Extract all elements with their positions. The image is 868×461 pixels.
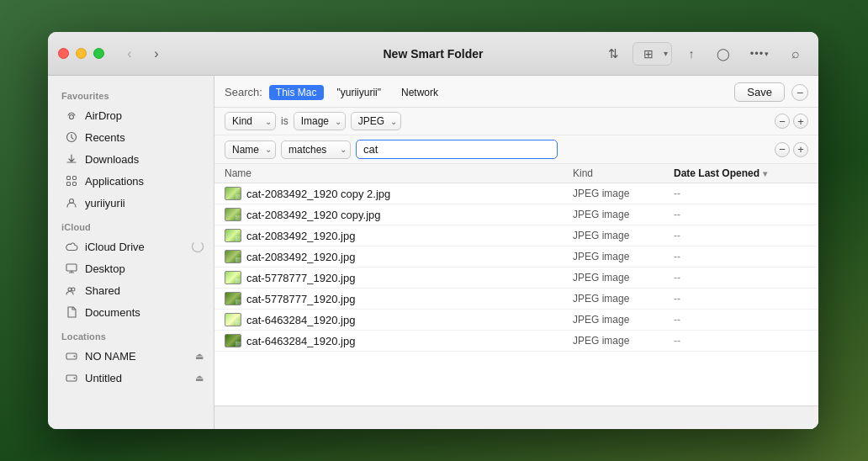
maximize-button[interactable] [93, 48, 104, 59]
sidebar-item-no-name[interactable]: NO NAME ⏏ [51, 345, 210, 367]
table-row[interactable]: cat-5778777_1920.jpg JPEG image -- [214, 289, 818, 310]
table-row[interactable]: cat-6463284_1920.jpg JPEG image -- [214, 310, 818, 331]
shared-label: Shared [85, 284, 204, 297]
airdrop-icon [65, 109, 78, 122]
sort-icon: ⇅ [608, 46, 619, 61]
table-row[interactable]: cat-2083492_1920.jpg JPEG image -- [214, 246, 818, 268]
main-layout: Favourites AirDrop [48, 76, 818, 429]
sidebar-item-airdrop[interactable]: AirDrop [51, 104, 210, 126]
favourites-section-label: Favourites [48, 82, 214, 104]
scope-yuriiyurii-button[interactable]: "yuriiyurii" [331, 85, 389, 100]
jpeg-type-wrapper: JPEG PNG TIFF [351, 112, 401, 130]
scope-network-button[interactable]: Network [394, 85, 445, 100]
is-operator-text: is [281, 115, 288, 127]
kind-field-wrapper: Kind Name Date [225, 112, 276, 130]
jpeg-type-select[interactable]: JPEG PNG TIFF [351, 112, 401, 130]
sidebar-item-applications[interactable]: Applications [51, 170, 210, 192]
file-date: -- [674, 335, 808, 347]
file-icon [225, 313, 241, 326]
kind-field-select[interactable]: Kind Name Date [225, 112, 276, 130]
name-field-select[interactable]: Name Kind Date [225, 140, 276, 159]
sidebar-item-documents[interactable]: Documents [51, 301, 210, 323]
sidebar-item-downloads[interactable]: Downloads [51, 148, 210, 170]
no-name-label: NO NAME [85, 350, 188, 363]
scope-this-mac-button[interactable]: This Mac [269, 85, 324, 100]
sidebar-item-yuriiyurii[interactable]: yuriiyurii [51, 192, 210, 214]
search-button[interactable]: ⌕ [783, 42, 808, 66]
untitled-drive-icon [65, 371, 78, 384]
name-filter-input[interactable] [356, 140, 558, 159]
filter-row-1: Kind Name Date is Image Video Audio [214, 108, 818, 135]
sort-chevron-icon: ▾ [763, 169, 767, 178]
forward-button[interactable]: › [145, 42, 168, 66]
more-chevron-icon: ▾ [765, 50, 769, 58]
file-date: -- [674, 251, 808, 262]
col-date-header[interactable]: Date Last Opened ▾ [674, 167, 808, 179]
recents-label: Recents [85, 131, 204, 144]
svg-rect-3 [73, 177, 77, 180]
sidebar-item-desktop[interactable]: Desktop [51, 257, 210, 279]
yuriiyurii-label: yuriiyurii [85, 197, 204, 209]
matches-operator-wrapper: matches contains starts with ends with [281, 140, 351, 159]
search-label: Search: [225, 86, 262, 98]
table-row[interactable]: cat-2083492_1920.jpg JPEG image -- [214, 225, 818, 246]
eject-untitled-icon[interactable]: ⏏ [195, 373, 204, 384]
table-row[interactable]: cat-2083492_1920 copy.jpg JPEG image -- [214, 204, 818, 225]
documents-label: Documents [85, 306, 204, 319]
desktop-icon [65, 262, 78, 275]
grid-view-button[interactable]: ⊞ [633, 43, 664, 65]
remove-filter2-button[interactable]: − [775, 142, 790, 157]
file-icon [225, 271, 241, 284]
drive-icon [65, 349, 78, 363]
svg-point-13 [74, 378, 76, 379]
file-kind: JPEG image [573, 272, 674, 283]
filter-row1-actions: − + [775, 114, 808, 129]
file-name: cat-2083492_1920.jpg [246, 230, 573, 242]
add-filter2-button[interactable]: + [793, 142, 808, 157]
back-button[interactable]: ‹ [118, 42, 141, 66]
col-kind-header[interactable]: Kind [573, 167, 674, 179]
table-row[interactable]: cat-5778777_1920.jpg JPEG image -- [214, 268, 818, 289]
save-button[interactable]: Save [734, 82, 785, 102]
sidebar-item-shared[interactable]: Shared [51, 279, 210, 301]
col-name-header[interactable]: Name [225, 167, 573, 179]
image-type-select[interactable]: Image Video Audio [294, 112, 346, 130]
recents-icon [65, 130, 78, 144]
filter-row2-actions: − + [775, 142, 808, 157]
locations-section-label: Locations [48, 323, 214, 345]
sidebar-item-untitled[interactable]: Untitled ⏏ [51, 367, 210, 389]
eject-no-name-icon[interactable]: ⏏ [195, 351, 204, 362]
table-row[interactable]: cat-2083492_1920 copy 2.jpg JPEG image -… [214, 183, 818, 204]
file-icon [225, 208, 241, 221]
desktop-label: Desktop [85, 262, 204, 275]
downloads-label: Downloads [85, 153, 204, 166]
minimize-button[interactable] [76, 48, 87, 59]
file-kind: JPEG image [573, 230, 674, 241]
more-icon: ••• [750, 47, 765, 60]
window-title: New Smart Folder [383, 47, 483, 61]
untitled-label: Untitled [85, 372, 188, 384]
file-kind: JPEG image [573, 293, 674, 305]
remove-filter1-button[interactable]: − [775, 114, 790, 129]
content-area: Search: This Mac "yuriiyurii" Network Sa… [214, 76, 818, 429]
add-filter-button[interactable]: + [793, 114, 808, 129]
close-search-button[interactable]: − [791, 84, 808, 101]
sort-view-button[interactable]: ⇅ [601, 42, 626, 66]
tag-button[interactable]: ◯ [711, 42, 736, 66]
airdrop-label: AirDrop [85, 109, 204, 122]
applications-label: Applications [85, 175, 204, 188]
view-switcher: ⊞ ▾ [632, 42, 672, 66]
table-row[interactable]: cat-6463284_1920.jpg JPEG image -- [214, 331, 818, 352]
sidebar-item-icloud-drive[interactable]: iCloud Drive [51, 236, 210, 257]
tag-icon: ◯ [717, 47, 730, 61]
file-icon [225, 250, 241, 263]
file-kind: JPEG image [573, 251, 674, 262]
sidebar-item-recents[interactable]: Recents [51, 126, 210, 148]
icloud-section-label: iCloud [48, 214, 214, 236]
more-button[interactable]: ••• ▾ [743, 42, 776, 66]
matches-operator-select[interactable]: matches contains starts with ends with [281, 140, 351, 159]
file-rows-container: cat-2083492_1920 copy 2.jpg JPEG image -… [214, 183, 818, 352]
share-button[interactable]: ↑ [679, 42, 704, 66]
close-button[interactable] [58, 48, 69, 59]
image-type-wrapper: Image Video Audio [294, 112, 346, 130]
